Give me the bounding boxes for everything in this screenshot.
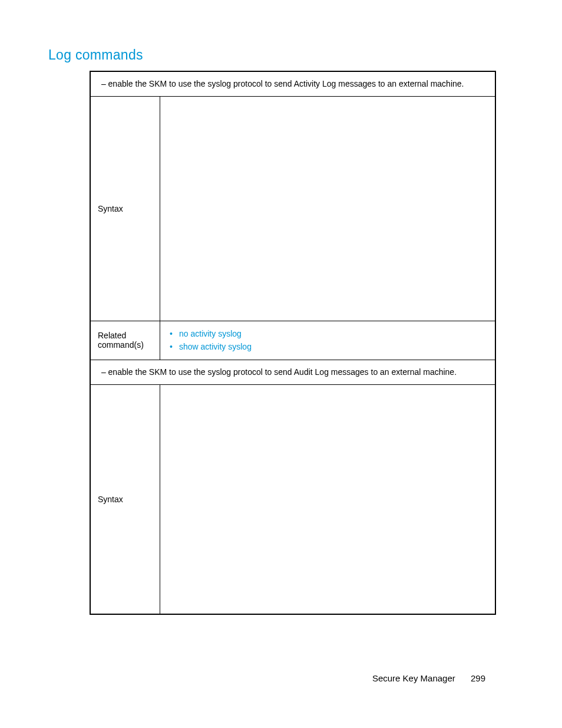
- related-command-item[interactable]: no activity syslog: [167, 327, 488, 340]
- footer-product-name: Secure Key Manager: [372, 673, 455, 683]
- syntax-label: Syntax: [98, 204, 123, 213]
- audit-description-row: – enable the SKM to use the syslog proto…: [91, 360, 495, 385]
- audit-syntax-content: [160, 385, 495, 614]
- page-title: Log commands: [48, 47, 143, 63]
- activity-description-text: – enable the SKM to use the syslog proto…: [99, 78, 464, 90]
- activity-description-row: – enable the SKM to use the syslog proto…: [91, 72, 495, 97]
- activity-syntax-row: Syntax: [91, 97, 495, 321]
- syntax-label-cell: Syntax: [91, 97, 160, 321]
- syntax-label: Syntax: [98, 495, 123, 504]
- related-label-cell: Related command(s): [91, 321, 160, 360]
- syntax-label-cell: Syntax: [91, 385, 160, 614]
- related-commands-row: Related command(s) no activity syslog sh…: [91, 321, 495, 360]
- audit-description-text: – enable the SKM to use the syslog proto…: [99, 366, 457, 378]
- footer-page-number: 299: [471, 673, 485, 683]
- commands-table: – enable the SKM to use the syslog proto…: [90, 71, 496, 615]
- related-commands-list: no activity syslog show activity syslog: [167, 327, 488, 354]
- related-commands-content: no activity syslog show activity syslog: [160, 321, 495, 360]
- related-label: Related command(s): [98, 331, 153, 350]
- activity-syntax-content: [160, 97, 495, 321]
- related-command-item[interactable]: show activity syslog: [167, 340, 488, 353]
- page-footer: Secure Key Manager 299: [372, 673, 485, 683]
- audit-syntax-row: Syntax: [91, 385, 495, 614]
